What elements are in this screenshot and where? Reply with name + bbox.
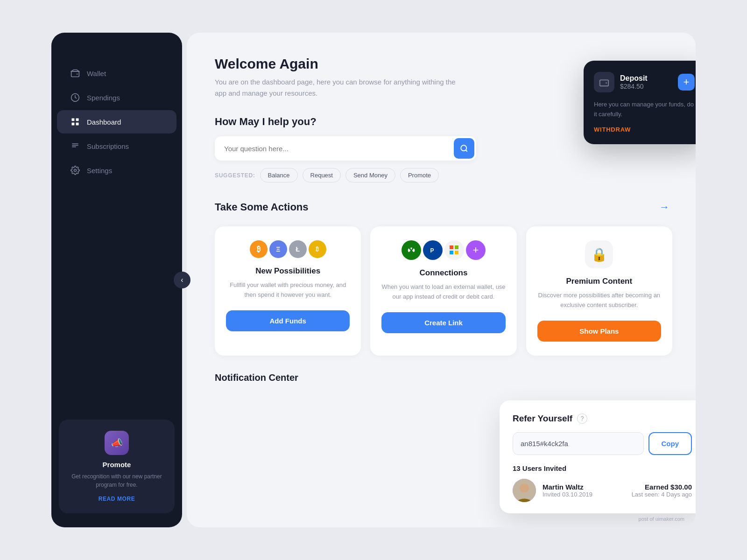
promote-title: Promote — [68, 461, 165, 469]
bitcoin-icon: ₿ — [250, 240, 268, 258]
svg-rect-4 — [76, 119, 79, 121]
refer-code-input[interactable] — [513, 432, 644, 455]
actions-title: Take Some Actions — [215, 201, 309, 213]
deposit-header: Deposit $284.50 + — [594, 72, 695, 92]
wallet-icon — [70, 68, 80, 78]
add-funds-button[interactable]: Add Funds — [226, 310, 350, 331]
copy-button[interactable]: Copy — [648, 432, 692, 455]
user-info: Martin Waltz Invited 03.10.2019 — [543, 483, 625, 498]
sidebar-item-settings[interactable]: Settings — [57, 159, 176, 182]
create-link-button[interactable]: Create Link — [381, 312, 505, 333]
notification-title: Notification Center — [215, 372, 672, 383]
welcome-desc: You are on the dashboard page, here you … — [215, 77, 458, 99]
promote-read-more[interactable]: READ MORE — [68, 496, 165, 502]
svg-text:P: P — [430, 247, 434, 254]
sidebar-item-wallet[interactable]: Wallet — [57, 62, 176, 85]
main-content: Welcome Again You are on the dashboard p… — [187, 33, 696, 527]
user-avatar — [513, 479, 536, 502]
microsoft-icon — [444, 240, 464, 260]
earned-amount: Earned $30.00 — [632, 483, 692, 491]
promote-icon: 📣 — [105, 431, 129, 455]
sidebar-item-subscriptions[interactable]: Subscriptions — [57, 134, 176, 158]
sidebar: Wallet Spendings Dashboard Subscriptions — [51, 33, 182, 527]
dashboard-icon — [70, 117, 80, 127]
deposit-icon — [594, 72, 614, 92]
deposit-left: Deposit $284.50 — [594, 72, 648, 92]
svg-point-13 — [606, 82, 607, 84]
svg-rect-0 — [71, 71, 79, 77]
add-connection-icon: + — [466, 240, 486, 260]
deposit-desc: Here you can manage your funds, do it ca… — [594, 100, 695, 119]
spendings-icon — [70, 92, 80, 103]
crypto-icons: ₿ Ξ Ł ₿ — [226, 240, 350, 258]
user-invited: Invited 03.10.2019 — [543, 491, 625, 498]
litecoin-icon: Ł — [289, 240, 307, 258]
playstation-icon: P — [423, 240, 443, 260]
sidebar-nav: Wallet Spendings Dashboard Subscriptions — [51, 51, 182, 420]
action-cards: ₿ Ξ Ł ₿ New Possibilities Fullfill your … — [215, 226, 672, 356]
card-desc-2: Discover more possibilities after becomi… — [537, 291, 661, 310]
svg-rect-5 — [72, 123, 75, 126]
settings-icon — [70, 165, 80, 175]
svg-point-8 — [461, 145, 466, 151]
card-premium-content: 🔒 Premium Content Discover more possibil… — [526, 226, 672, 356]
refer-input-row: Copy — [513, 432, 692, 455]
xbox-icon — [402, 240, 421, 260]
deposit-add-button[interactable]: + — [678, 74, 695, 91]
sidebar-item-dashboard-label: Dashboard — [87, 118, 121, 126]
show-plans-button[interactable]: Show Plans — [537, 321, 661, 342]
sidebar-item-dashboard[interactable]: Dashboard — [57, 110, 176, 133]
svg-rect-12 — [600, 80, 608, 86]
card-title-2: Premium Content — [537, 277, 661, 286]
deposit-amount: $284.50 — [620, 83, 648, 90]
chip-balance[interactable]: Balance — [260, 168, 298, 182]
refer-card: Refer Yourself ? Copy 13 Users Invited M… — [500, 400, 696, 513]
sidebar-item-settings-label: Settings — [87, 167, 112, 175]
search-input[interactable] — [224, 145, 454, 153]
search-bar — [215, 136, 476, 161]
withdraw-link[interactable]: WITHDRAW — [594, 126, 695, 133]
chip-request[interactable]: Request — [303, 168, 341, 182]
app-container: Wallet Spendings Dashboard Subscriptions — [51, 33, 696, 527]
sidebar-item-spendings-label: Spendings — [87, 94, 120, 102]
sidebar-item-wallet-label: Wallet — [87, 70, 106, 77]
refer-help-icon[interactable]: ? — [577, 413, 587, 424]
promote-desc: Get recognition with our new partner pro… — [68, 472, 165, 489]
svg-point-15 — [520, 483, 529, 493]
svg-rect-6 — [76, 123, 79, 126]
actions-header: Take Some Actions → — [215, 199, 672, 215]
users-count: 13 Users Invited — [513, 464, 692, 472]
actions-next-button[interactable]: → — [656, 199, 672, 215]
card-title-1: Connections — [381, 268, 505, 278]
sidebar-item-spendings[interactable]: Spendings — [57, 86, 176, 109]
user-row: Martin Waltz Invited 03.10.2019 Earned $… — [513, 479, 692, 502]
sidebar-item-subscriptions-label: Subscriptions — [87, 142, 129, 150]
suggested-label: SUGGESTED: — [215, 172, 255, 179]
connection-icons: P + — [381, 240, 505, 260]
refer-header: Refer Yourself ? — [513, 413, 692, 424]
sidebar-collapse-button[interactable]: ‹ — [174, 272, 190, 288]
promote-card: 📣 Promote Get recognition with our new p… — [59, 420, 175, 513]
bsv-icon: ₿ — [309, 240, 326, 258]
card-connections: P + Connections When you want to load an… — [370, 226, 516, 356]
svg-point-1 — [77, 73, 78, 75]
card-desc-0: Fullfill your wallet with precious money… — [226, 280, 350, 300]
svg-point-7 — [74, 169, 77, 172]
search-button[interactable] — [454, 138, 474, 159]
deposit-card: Deposit $284.50 + Here you can manage yo… — [584, 61, 696, 144]
chip-promote[interactable]: Promote — [400, 168, 439, 182]
watermark: post of uimaker.com — [639, 516, 684, 522]
ethereum-icon: Ξ — [269, 240, 287, 258]
chip-send-money[interactable]: Send Money — [345, 168, 395, 182]
card-title-0: New Possibilities — [226, 266, 350, 276]
card-new-possibilities: ₿ Ξ Ł ₿ New Possibilities Fullfill your … — [215, 226, 361, 356]
suggested-row: SUGGESTED: Balance Request Send Money Pr… — [215, 168, 672, 182]
card-desc-1: When you want to load an external wallet… — [381, 282, 505, 302]
deposit-info: Deposit $284.50 — [620, 74, 648, 90]
last-seen: Last seen: 4 Days ago — [632, 491, 692, 498]
lock-icon: 🔒 — [585, 240, 613, 268]
refer-title: Refer Yourself — [513, 413, 572, 424]
notification-section: Notification Center — [215, 372, 672, 383]
deposit-name: Deposit — [620, 74, 648, 83]
user-name: Martin Waltz — [543, 483, 625, 491]
